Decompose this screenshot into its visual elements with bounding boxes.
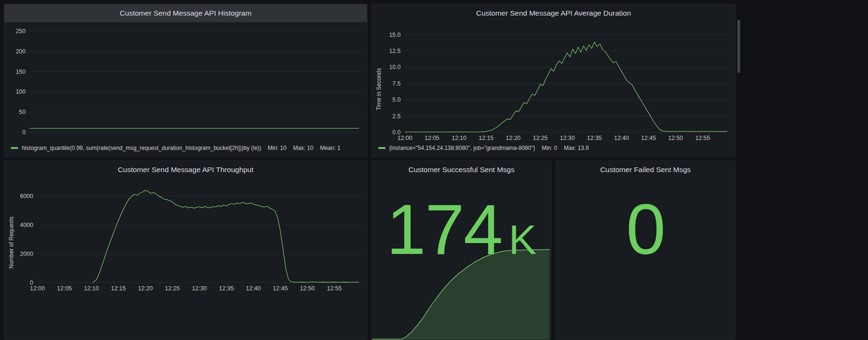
x-axis-histogram bbox=[30, 132, 361, 143]
y-tick-label: 10.0 bbox=[389, 63, 401, 71]
panel-failed-msgs: Customer Failed Sent Msgs 0 bbox=[555, 160, 735, 340]
legend-series-name[interactable]: histogram_quantile(0.99, sum(rate(send_m… bbox=[22, 145, 261, 151]
chart-svg bbox=[37, 182, 361, 283]
plot-column: 12:0012:0512:1012:1512:2012:2512:3012:35… bbox=[405, 25, 730, 143]
stat-number: 174 bbox=[386, 194, 502, 265]
x-tick-label: 12:35 bbox=[219, 285, 233, 292]
x-tick-label: 12:40 bbox=[246, 285, 260, 292]
legend-swatch-icon bbox=[378, 147, 385, 149]
stat-number: 0 bbox=[626, 194, 664, 265]
x-tick-label: 12:45 bbox=[273, 285, 287, 292]
histogram-plot[interactable] bbox=[30, 25, 361, 132]
panel-empty-space bbox=[4, 293, 367, 340]
y-tick-label: 200 bbox=[16, 48, 26, 55]
stat-value-successful: 174 K bbox=[372, 194, 551, 265]
panel-header-successful[interactable]: Customer Successful Sent Msgs bbox=[372, 161, 551, 179]
y-tick-label: 12.5 bbox=[389, 47, 401, 55]
panel-throughput: Customer Send Message API Throughput Num… bbox=[4, 160, 367, 340]
x-tick-label: 12:20 bbox=[138, 285, 152, 292]
x-axis-avg-duration: 12:0012:0512:1012:1512:2012:2512:3012:35… bbox=[405, 132, 730, 143]
legend-min: Min: 0 bbox=[542, 145, 557, 151]
y-axis-label: Number of Requests bbox=[8, 182, 16, 293]
x-tick-label: 12:40 bbox=[614, 135, 629, 141]
y-tick-label: 50 bbox=[19, 108, 26, 116]
x-tick-label: 12:15 bbox=[111, 285, 125, 292]
y-tick-label: 4000 bbox=[20, 221, 33, 229]
y-tick-label: 2000 bbox=[20, 250, 33, 258]
stat-unit-suffix: K bbox=[509, 216, 537, 264]
x-tick-label: 12:00 bbox=[397, 135, 412, 141]
x-tick-label: 12:00 bbox=[30, 285, 45, 292]
x-tick-label: 12:10 bbox=[452, 135, 466, 141]
scrollbar-thumb[interactable] bbox=[737, 20, 740, 73]
x-tick-label: 12:30 bbox=[192, 285, 206, 292]
y-axis-throughput: 0200040006000 bbox=[16, 182, 37, 293]
series-line bbox=[405, 42, 727, 132]
x-tick-label: 12:25 bbox=[165, 285, 179, 292]
panel-header-histogram[interactable]: Customer Send Message API Histogram bbox=[4, 4, 367, 22]
dashboard: Customer Send Message API Histogram 0501… bbox=[0, 0, 868, 340]
panel-title-successful: Customer Successful Sent Msgs bbox=[409, 166, 515, 174]
x-tick-label: 12:20 bbox=[506, 135, 520, 141]
legend-max: Max: 13.9 bbox=[564, 145, 589, 151]
y-axis-label-column: Number of Requests bbox=[8, 182, 16, 293]
y-axis-histogram: 050100150200250 bbox=[8, 25, 30, 143]
y-tick-label: 150 bbox=[16, 68, 26, 76]
y-tick-label: 7.5 bbox=[393, 80, 401, 87]
avg-duration-plot[interactable] bbox=[405, 25, 730, 132]
chart-body: 050100150200250 bbox=[4, 22, 367, 143]
x-axis-throughput: 12:0012:0512:1012:1512:2012:2512:3012:35… bbox=[37, 283, 361, 293]
legend-max: Max: 10 bbox=[293, 145, 313, 151]
panel-header-avg-duration[interactable]: Customer Send Message API Average Durati… bbox=[372, 4, 735, 22]
panel-title-avg-duration: Customer Send Message API Average Durati… bbox=[476, 9, 631, 17]
panel-histogram: Customer Send Message API Histogram 0501… bbox=[4, 4, 367, 157]
x-tick-label: 12:25 bbox=[533, 135, 547, 141]
chart-body: Time in Seconds 0.02.55.07.510.012.515.0… bbox=[372, 22, 735, 143]
legend-swatch-icon bbox=[11, 147, 18, 149]
legend-mean: Mean: 1 bbox=[320, 145, 340, 151]
y-axis-avg-duration: 0.02.55.07.510.012.515.0 bbox=[383, 25, 405, 143]
panel-title-throughput: Customer Send Message API Throughput bbox=[118, 166, 254, 174]
x-tick-label: 12:05 bbox=[57, 285, 72, 292]
x-tick-label: 12:15 bbox=[479, 135, 493, 141]
stat-value-failed: 0 bbox=[556, 194, 735, 265]
x-tick-label: 12:55 bbox=[327, 285, 341, 292]
y-tick-label: 250 bbox=[16, 27, 26, 35]
legend-series-name[interactable]: {instance="54.154.24.138:8080", job="gra… bbox=[389, 145, 535, 151]
panel-title-failed: Customer Failed Sent Msgs bbox=[600, 166, 690, 174]
series-line bbox=[93, 190, 358, 282]
panel-header-throughput[interactable]: Customer Send Message API Throughput bbox=[4, 161, 367, 179]
panel-successful-msgs: Customer Successful Sent Msgs 174 K bbox=[371, 160, 552, 340]
panel-avg-duration: Customer Send Message API Average Durati… bbox=[371, 4, 736, 157]
x-tick-label: 12:30 bbox=[560, 135, 574, 141]
x-tick-label: 12:10 bbox=[84, 285, 98, 292]
panel-header-failed[interactable]: Customer Failed Sent Msgs bbox=[556, 161, 735, 179]
y-tick-label: 6000 bbox=[20, 192, 33, 200]
x-tick-label: 12:50 bbox=[300, 285, 314, 292]
legend-avg-duration[interactable]: {instance="54.154.24.138:8080", job="gra… bbox=[372, 143, 735, 157]
throughput-plot[interactable] bbox=[37, 182, 361, 283]
y-tick-label: 2.5 bbox=[393, 113, 401, 120]
x-tick-label: 12:05 bbox=[425, 135, 439, 141]
chart-svg bbox=[30, 25, 361, 132]
y-tick-label: 5.0 bbox=[393, 96, 401, 104]
y-axis-label-column: Time in Seconds bbox=[376, 25, 383, 143]
chart-body: Number of Requests 0200040006000 12:0012… bbox=[4, 179, 367, 293]
chart-svg bbox=[405, 25, 730, 132]
x-tick-label: 12:35 bbox=[587, 135, 602, 141]
y-axis-label: Time in Seconds bbox=[376, 25, 383, 143]
y-tick-label: 0 bbox=[22, 129, 26, 136]
x-tick-label: 12:55 bbox=[695, 135, 710, 141]
plot-column bbox=[30, 25, 361, 143]
y-tick-label: 15.0 bbox=[389, 31, 401, 39]
panel-title-histogram: Customer Send Message API Histogram bbox=[120, 9, 251, 17]
x-tick-label: 12:50 bbox=[668, 135, 683, 141]
x-tick-label: 12:45 bbox=[641, 135, 656, 141]
plot-column: 12:0012:0512:1012:1512:2012:2512:3012:35… bbox=[37, 182, 361, 293]
y-tick-label: 100 bbox=[16, 88, 26, 96]
legend-min: Min: 10 bbox=[268, 145, 286, 151]
legend-histogram[interactable]: histogram_quantile(0.99, sum(rate(send_m… bbox=[4, 143, 367, 157]
